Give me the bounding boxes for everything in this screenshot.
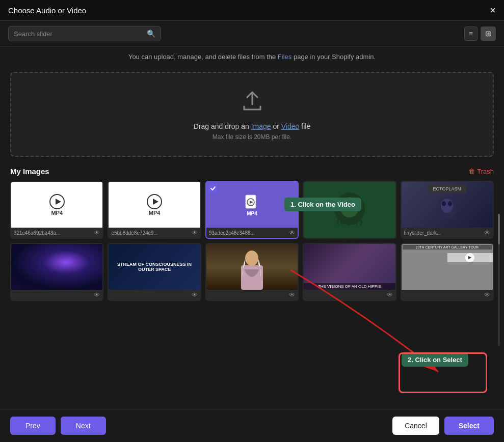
cancel-button[interactable]: Cancel xyxy=(392,417,439,435)
eye-icon[interactable]: 👁 xyxy=(387,291,393,298)
list-item[interactable]: 👁 xyxy=(10,243,103,301)
svg-rect-18 xyxy=(241,265,263,290)
image-name: 321c46a692ba43a... 👁 xyxy=(11,228,102,238)
images-grid-row1: MP4 321c46a692ba43a... 👁 MP4 e5bb8dde8e7… xyxy=(10,181,494,239)
next-button[interactable]: Next xyxy=(61,417,106,435)
grid-view-button[interactable]: ⊞ xyxy=(481,26,496,41)
info-text-after: page in your Shopify admin. xyxy=(291,53,376,61)
tooltip-click-video: 1. Click on the Video xyxy=(284,198,361,211)
svg-point-17 xyxy=(245,251,258,266)
visions-label: THE VISIONS OF AN OLD HIPPIE xyxy=(304,283,395,290)
list-item[interactable]: 👁 xyxy=(205,243,299,301)
view-toggle: ≡ ⊞ xyxy=(464,26,496,41)
images-grid-row2: 👁 STREAM OF CONSCIOUSNESS IN OUTER SPACE… xyxy=(10,243,494,301)
thumbnail: ECTOPLASM xyxy=(402,182,493,228)
upload-subtext: Max file size is 20MB per file. xyxy=(213,133,291,141)
thumbnail xyxy=(206,244,298,290)
eye-icon[interactable]: 👁 xyxy=(289,229,295,236)
upload-zone[interactable]: Drag and drop an Image or Video file Max… xyxy=(10,72,494,157)
list-item[interactable]: MP4 321c46a692ba43a... 👁 xyxy=(10,181,103,239)
selection-checkbox[interactable] xyxy=(208,184,218,193)
eye-icon[interactable]: 👁 xyxy=(94,229,100,236)
image-name: 👁 xyxy=(109,290,200,300)
scrollbar[interactable] xyxy=(498,214,500,346)
trash-label: Trash xyxy=(477,168,494,175)
search-icon-button[interactable]: 🔍 xyxy=(147,30,155,38)
thumbnail xyxy=(11,244,102,290)
search-box: 🔍 xyxy=(8,26,161,41)
trash-button[interactable]: 🗑 Trash xyxy=(468,168,494,175)
close-button[interactable]: × xyxy=(490,5,496,15)
tooltip-click-select: 2. Click on Select xyxy=(402,353,468,367)
image-name: tinyslider_dark... 👁 xyxy=(402,228,493,238)
pagination-buttons: Prev Next xyxy=(10,417,106,435)
svg-point-14 xyxy=(441,199,453,213)
modal-header: Choose Audio or Video × xyxy=(0,0,504,21)
section-header: My Images 🗑 Trash xyxy=(10,167,494,176)
info-bar: You can upload, manage, and delete files… xyxy=(0,47,504,67)
video-link[interactable]: Video xyxy=(281,122,300,130)
section-title: My Images xyxy=(10,167,49,176)
image-name: 👁 xyxy=(206,290,298,300)
eye-icon[interactable]: 👁 xyxy=(94,291,100,298)
search-input[interactable] xyxy=(14,30,147,38)
prev-button[interactable]: Prev xyxy=(10,417,56,435)
images-section: My Images 🗑 Trash MP4 321c46a692ba43a...… xyxy=(0,162,504,304)
upload-text: Drag and drop an Image or Video file xyxy=(194,122,310,130)
image-name: 👁 xyxy=(402,290,493,300)
svg-marker-3 xyxy=(153,199,158,205)
thumbnail: ▶ 20TH CENTURY ART GALLERY TOUR xyxy=(402,244,493,290)
thumbnail: THE VISIONS OF AN OLD HIPPIE xyxy=(304,244,395,290)
thumbnail: MP4 xyxy=(109,182,200,228)
eye-icon[interactable]: 👁 xyxy=(289,291,295,298)
svg-point-16 xyxy=(448,201,452,206)
image-name: ectoplasm.jpg 👁 xyxy=(304,238,395,239)
list-item[interactable]: ECTOPLASM tinyslider_dark... 👁 xyxy=(401,181,494,239)
thumbnail: MP4 xyxy=(11,182,102,228)
svg-marker-1 xyxy=(56,199,61,205)
eye-icon[interactable]: 👁 xyxy=(484,229,490,236)
scroll-thumb[interactable] xyxy=(498,214,500,244)
action-buttons: Cancel Select xyxy=(392,417,494,435)
footer: Prev Next Cancel Select xyxy=(0,409,504,442)
image-name: 👁 xyxy=(304,290,395,300)
modal-title: Choose Audio or Video xyxy=(8,6,86,15)
image-link[interactable]: Image xyxy=(251,122,271,130)
eye-icon[interactable]: 👁 xyxy=(192,229,198,236)
image-name: e5bb8dde8e724c9... 👁 xyxy=(109,228,200,238)
thumbnail: STREAM OF CONSCIOUSNESS IN OUTER SPACE xyxy=(109,244,200,290)
info-text-before: You can upload, manage, and delete files… xyxy=(128,53,278,61)
stream-label: STREAM OF CONSCIOUSNESS IN OUTER SPACE xyxy=(113,260,195,274)
gallery-label: 20TH CENTURY ART GALLERY TOUR xyxy=(403,245,492,250)
upload-icon xyxy=(240,88,264,117)
toolbar: 🔍 ≡ ⊞ xyxy=(0,21,504,47)
trash-icon: 🗑 xyxy=(468,168,475,175)
image-name: 👁 xyxy=(11,290,102,300)
eye-icon[interactable]: 👁 xyxy=(192,291,198,298)
list-item[interactable]: THE VISIONS OF AN OLD HIPPIE 👁 xyxy=(303,243,396,301)
list-item[interactable]: STREAM OF CONSCIOUSNESS IN OUTER SPACE 👁 xyxy=(108,243,201,301)
svg-point-15 xyxy=(442,201,446,206)
list-view-button[interactable]: ≡ xyxy=(464,26,478,41)
eye-icon[interactable]: 👁 xyxy=(484,291,490,298)
list-item[interactable]: MP4 e5bb8dde8e724c9... 👁 xyxy=(108,181,201,239)
files-link[interactable]: Files xyxy=(278,53,291,61)
image-name: 93adec2c48c3488... 👁 xyxy=(206,228,298,238)
select-button[interactable]: Select xyxy=(444,417,494,435)
list-item[interactable]: ▶ 20TH CENTURY ART GALLERY TOUR 👁 xyxy=(401,243,494,301)
